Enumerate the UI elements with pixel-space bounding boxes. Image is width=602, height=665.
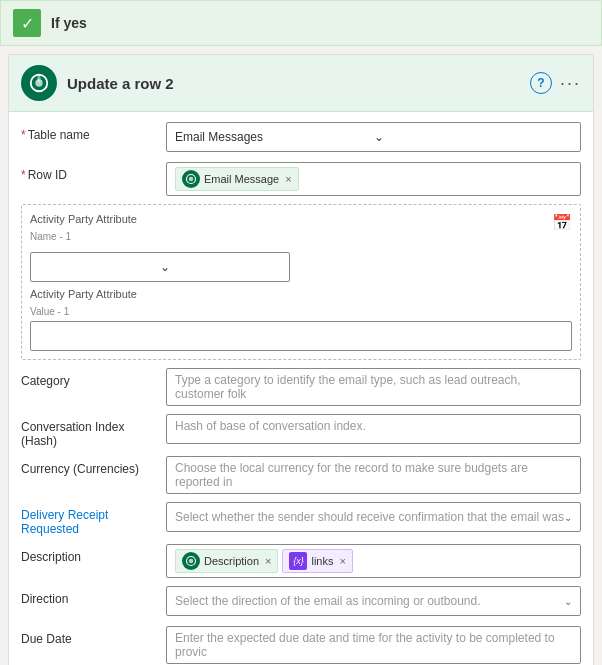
delivery-receipt-value: Select whether the sender should receive… [166,502,581,532]
conv-index-input[interactable]: Hash of base of conversation index. [166,414,581,444]
due-date-label: Due Date [21,626,166,646]
direction-label: Direction [21,586,166,606]
category-value: Type a category to identify the email ty… [166,368,581,406]
if-yes-header: ✓ If yes [0,0,602,46]
row-id-token-input[interactable]: Email Message × [166,162,581,196]
delivery-receipt-chevron-icon: ⌄ [564,512,572,523]
conv-index-row: Conversation Index (Hash) Hash of base o… [21,414,581,448]
row-id-row: *Row ID Email Message × [21,162,581,196]
card-actions: ? ··· [530,72,581,94]
direction-row: Direction Select the direction of the em… [21,586,581,618]
description-value: Description × {x} links × [166,544,581,578]
direction-value: Select the direction of the email as inc… [166,586,581,616]
help-button[interactable]: ? [530,72,552,94]
currency-input[interactable]: Choose the local currency for the record… [166,456,581,494]
activity-party-attr-val-label: Activity Party Attribute [30,288,572,300]
delivery-receipt-row: Delivery Receipt Requested Select whethe… [21,502,581,536]
outer-container: ✓ If yes Update a row 2 ? ··· [0,0,602,665]
direction-dropdown[interactable]: Select the direction of the email as inc… [166,586,581,616]
description-token2-close[interactable]: × [339,555,345,567]
description-token-2: {x} links × [282,549,352,573]
due-date-row: Due Date Enter the expected due date and… [21,626,581,664]
activity-party-attr-val-sub: Value - 1 [30,306,572,317]
svg-point-5 [189,559,194,564]
conv-index-value: Hash of base of conversation index. [166,414,581,444]
delivery-receipt-label: Delivery Receipt Requested [21,502,166,536]
description-token1-close[interactable]: × [265,555,271,567]
calendar-icon[interactable]: 📅 [552,213,572,232]
table-name-dropdown[interactable]: Email Messages ⌄ [166,122,581,152]
description-label: Description [21,544,166,564]
description-row: Description Description × [21,544,581,578]
if-yes-label: If yes [51,15,87,31]
table-name-value: Email Messages ⌄ [166,122,581,152]
activity-attr-name-dropdown[interactable]: ⌄ [30,252,290,282]
description-token-area[interactable]: Description × {x} links × [166,544,581,578]
currency-row: Currency (Currencies) Choose the local c… [21,456,581,494]
description-token2-fx-icon: {x} [289,552,307,570]
category-row: Category Type a category to identify the… [21,368,581,406]
table-name-label: *Table name [21,122,166,142]
delivery-receipt-dropdown[interactable]: Select whether the sender should receive… [166,502,581,532]
row-id-value: Email Message × [166,162,581,196]
card-logo-icon [21,65,57,101]
currency-value: Choose the local currency for the record… [166,456,581,494]
activity-attr-val-input[interactable] [30,321,572,351]
row-id-token-icon [182,170,200,188]
more-button[interactable]: ··· [560,73,581,94]
update-row-card: Update a row 2 ? ··· *Table name Email M… [8,54,594,665]
row-id-token: Email Message × [175,167,299,191]
table-name-row: *Table name Email Messages ⌄ [21,122,581,154]
activity-party-attr-name-sub: Name - 1 [30,231,137,242]
activity-party-attr-name-label: Activity Party Attribute [30,213,137,225]
card-header: Update a row 2 ? ··· [9,55,593,112]
currency-label: Currency (Currencies) [21,456,166,476]
direction-chevron-icon: ⌄ [564,596,572,607]
due-date-value: Enter the expected due date and time for… [166,626,581,664]
activity-party-section: Activity Party Attribute Name - 1 📅 ⌄ Ac… [21,204,581,360]
svg-point-3 [189,177,194,182]
conv-index-label: Conversation Index (Hash) [21,414,166,448]
row-id-token-close[interactable]: × [285,173,291,185]
description-token-icon [182,552,200,570]
category-input[interactable]: Type a category to identify the email ty… [166,368,581,406]
description-token-1: Description × [175,549,278,573]
category-label: Category [21,368,166,388]
due-date-input[interactable]: Enter the expected due date and time for… [166,626,581,664]
table-name-chevron-icon: ⌄ [374,130,573,144]
card-title: Update a row 2 [67,75,520,92]
if-yes-check-icon: ✓ [13,9,41,37]
activity-attr-name-chevron-icon: ⌄ [160,260,281,274]
row-id-label: *Row ID [21,162,166,182]
card-body: *Table name Email Messages ⌄ *Row ID [9,112,593,665]
